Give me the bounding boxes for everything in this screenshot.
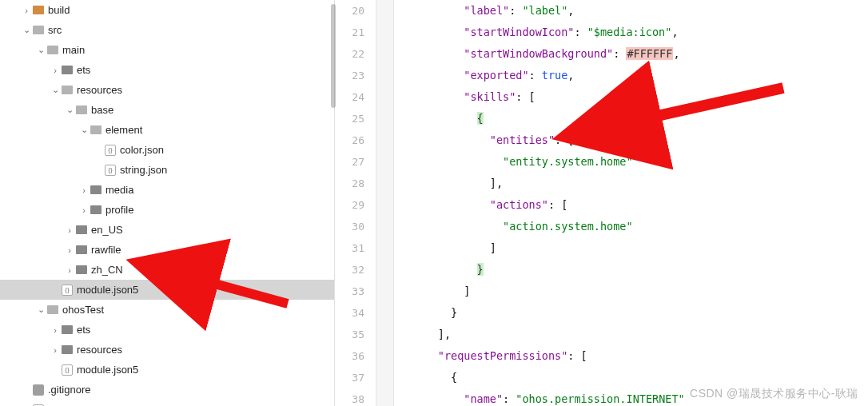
tree-item-label: module.json5 xyxy=(77,284,138,296)
tree-item-label: en_US xyxy=(91,224,123,236)
tree-item-media[interactable]: ›media xyxy=(0,180,334,200)
chevron-icon[interactable]: › xyxy=(64,265,75,275)
code-line[interactable]: ] xyxy=(399,281,868,302)
tree-item-rawfile[interactable]: ›rawfile xyxy=(0,240,334,260)
code-line[interactable]: ], xyxy=(399,324,868,345)
fold-column[interactable] xyxy=(376,0,394,406)
code-line[interactable]: "startWindowIcon": "$media:icon", xyxy=(399,22,868,43)
file-tree-panel[interactable]: ›build⌄src⌄main›ets⌄resources⌄base⌄eleme… xyxy=(0,0,334,406)
file-json-icon: {} xyxy=(32,404,45,407)
chevron-icon[interactable]: ⌄ xyxy=(78,125,90,135)
tree-item-main[interactable]: ⌄main xyxy=(0,40,334,60)
file-plain-icon xyxy=(32,384,45,396)
tree-item-zh_CN[interactable]: ›zh_CN xyxy=(0,260,334,280)
code-line[interactable]: "entities": [ xyxy=(399,129,868,151)
fold-marker[interactable] xyxy=(376,173,393,194)
fold-marker[interactable] xyxy=(376,237,393,259)
chevron-icon[interactable]: ⌄ xyxy=(35,304,46,315)
chevron-icon[interactable]: ⌄ xyxy=(21,25,32,35)
tree-item-resources[interactable]: ⌄resources xyxy=(0,80,334,100)
chevron-icon[interactable]: ⌄ xyxy=(64,105,75,115)
tree-item-module-json5[interactable]: {}module.json5 xyxy=(0,280,334,300)
tree-item-src[interactable]: ⌄src xyxy=(0,20,334,40)
fold-marker[interactable] xyxy=(376,194,393,216)
code-line[interactable]: } xyxy=(399,302,868,324)
tree-item--gitignore[interactable]: .gitignore xyxy=(0,380,334,400)
code-line[interactable]: "exported": true, xyxy=(399,65,868,86)
chevron-icon[interactable]: ⌄ xyxy=(50,85,61,95)
chevron-icon[interactable]: › xyxy=(50,325,61,335)
fold-marker[interactable] xyxy=(376,324,393,345)
fold-marker[interactable] xyxy=(376,65,393,86)
tree-item-string-json[interactable]: {}string.json xyxy=(0,160,334,180)
code-line[interactable]: "action.system.home" xyxy=(399,216,868,237)
chevron-icon[interactable]: › xyxy=(78,185,90,195)
file-json-icon: {} xyxy=(61,284,74,297)
code-editor-panel[interactable]: 20212223242526272829303132333435363738 "… xyxy=(334,0,868,406)
tree-item-build-profile-json5[interactable]: {}build-profile.json5 xyxy=(0,400,334,406)
tree-item-element[interactable]: ⌄element xyxy=(0,120,334,140)
tree-item-color-json[interactable]: {}color.json xyxy=(0,140,334,160)
folder-open-icon xyxy=(61,84,74,97)
fold-marker[interactable] xyxy=(376,345,393,367)
line-number: 23 xyxy=(335,65,364,86)
code-line[interactable]: ], xyxy=(399,173,868,194)
code-line[interactable]: "actions": [ xyxy=(399,194,868,216)
code-line[interactable]: { xyxy=(399,367,868,388)
tree-item-ohosTest[interactable]: ⌄ohosTest xyxy=(0,300,334,320)
fold-marker[interactable] xyxy=(376,216,393,237)
fold-marker[interactable] xyxy=(376,86,393,108)
fold-marker[interactable] xyxy=(376,367,393,388)
code-line[interactable]: "entity.system.home" xyxy=(399,151,868,173)
tree-item-module-json5[interactable]: {}module.json5 xyxy=(0,360,334,380)
fold-marker[interactable] xyxy=(376,302,393,324)
code-line[interactable]: ] xyxy=(399,237,868,259)
tree-item-ets[interactable]: ›ets xyxy=(0,320,334,340)
code-line[interactable]: "name": "ohos.permission.INTERNET" xyxy=(399,388,868,406)
folder-open-icon xyxy=(46,304,59,316)
line-number: 25 xyxy=(335,108,364,129)
line-number-gutter: 20212223242526272829303132333435363738 xyxy=(335,0,376,406)
chevron-icon[interactable]: › xyxy=(50,66,61,75)
tree-item-label: base xyxy=(91,104,113,116)
code-line[interactable]: "label": "label", xyxy=(399,0,868,22)
code-line[interactable]: "startWindowBackground": #FFFFFF, xyxy=(399,43,868,65)
chevron-icon[interactable]: › xyxy=(64,245,75,255)
fold-marker[interactable] xyxy=(376,0,393,22)
chevron-icon[interactable]: ⌄ xyxy=(35,45,46,55)
code-area[interactable]: "label": "label", "startWindowIcon": "$m… xyxy=(394,0,868,406)
chevron-icon[interactable]: › xyxy=(78,205,90,215)
fold-marker[interactable] xyxy=(376,108,393,129)
fold-marker[interactable] xyxy=(376,259,393,281)
chevron-icon[interactable]: › xyxy=(21,6,32,15)
fold-marker[interactable] xyxy=(376,129,393,151)
code-line[interactable]: { xyxy=(399,108,868,129)
fold-marker[interactable] xyxy=(376,151,393,173)
tree-item-resources[interactable]: ›resources xyxy=(0,340,334,360)
tree-item-build[interactable]: ›build xyxy=(0,0,334,20)
line-number: 35 xyxy=(335,324,364,345)
folder-closed-icon xyxy=(75,224,88,237)
line-number: 33 xyxy=(335,281,364,302)
fold-marker[interactable] xyxy=(376,281,393,302)
tree-scrollbar-thumb[interactable] xyxy=(331,4,336,108)
folder-open-icon xyxy=(75,104,88,117)
code-line[interactable]: "requestPermissions": [ xyxy=(399,345,868,367)
tree-item-label: main xyxy=(62,44,85,56)
fold-marker[interactable] xyxy=(376,43,393,65)
chevron-icon[interactable]: › xyxy=(50,345,61,355)
code-line[interactable]: } xyxy=(399,259,868,281)
tree-item-ets[interactable]: ›ets xyxy=(0,60,334,80)
code-line[interactable]: "skills": [ xyxy=(399,86,868,108)
tree-item-base[interactable]: ⌄base xyxy=(0,100,334,120)
fold-marker[interactable] xyxy=(376,388,393,406)
fold-marker[interactable] xyxy=(376,22,393,43)
line-number: 30 xyxy=(335,216,364,237)
file-json-icon: {} xyxy=(104,164,117,177)
tree-item-profile[interactable]: ›profile xyxy=(0,200,334,220)
line-number: 29 xyxy=(335,194,364,216)
chevron-icon[interactable]: › xyxy=(64,225,75,235)
folder-open-icon xyxy=(90,124,102,137)
line-number: 22 xyxy=(335,43,364,65)
tree-item-en_US[interactable]: ›en_US xyxy=(0,220,334,240)
